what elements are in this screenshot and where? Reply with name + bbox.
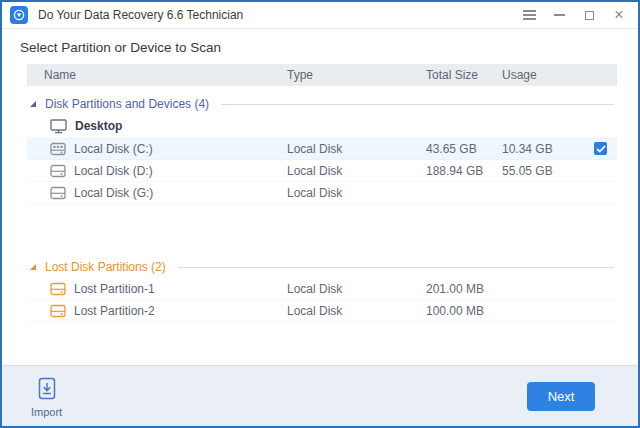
column-header-type: Type [287, 68, 426, 82]
item-type: Local Disk [287, 142, 426, 156]
app-window: Do Your Data Recovery 6.6 Technician × S… [0, 0, 640, 428]
lost-drive-icon [50, 304, 66, 318]
item-label: Local Disk (C:) [74, 142, 153, 156]
next-button[interactable]: Next [527, 382, 595, 411]
item-total-size: 201.00 MB [426, 282, 502, 296]
section-divider [221, 104, 614, 105]
item-label: Local Disk (G:) [74, 186, 153, 200]
system-drive-icon [50, 142, 66, 156]
desktop-icon [50, 119, 67, 134]
item-total-size: 188.94 GB [426, 164, 502, 178]
menu-icon[interactable] [522, 8, 536, 22]
tree-item-local-disk-c[interactable]: Local Disk (C:)Local Disk43.65 GB10.34 G… [27, 138, 617, 160]
item-type: Local Disk [287, 282, 426, 296]
tree-item-desktop[interactable]: Desktop [27, 115, 617, 138]
drive-icon [50, 186, 66, 200]
item-total-size: 43.65 GB [426, 142, 502, 156]
tree-item-local-disk-d[interactable]: Local Disk (D:)Local Disk188.94 GB55.05 … [27, 160, 617, 182]
item-type: Local Disk [287, 186, 426, 200]
tree-expand-icon[interactable] [30, 101, 36, 107]
section-label: Disk Partitions and Devices (4) [45, 97, 209, 111]
minimize-icon[interactable] [552, 8, 566, 22]
page-title: Select Partition or Device to Scan [20, 40, 638, 55]
item-type: Local Disk [287, 304, 426, 318]
item-usage: 10.34 GB [502, 142, 594, 156]
item-type: Local Disk [287, 164, 426, 178]
tree-expand-icon[interactable] [30, 264, 36, 270]
window-controls: × [522, 8, 626, 22]
lost-drive-icon [50, 282, 66, 296]
column-header-usage: Usage [502, 68, 594, 82]
import-icon [38, 377, 56, 404]
import-label: Import [31, 406, 62, 418]
maximize-icon[interactable] [582, 8, 596, 22]
column-header-name: Name [27, 68, 287, 82]
partition-tree: Disk Partitions and Devices (4)DesktopLo… [27, 93, 617, 322]
table-header: Name Type Total Size Usage [27, 64, 617, 86]
item-label: Lost Partition-2 [74, 304, 155, 318]
tree-section-disk-partitions-and-devices[interactable]: Disk Partitions and Devices (4) [27, 93, 617, 115]
import-button[interactable]: Import [31, 377, 62, 418]
item-label: Desktop [75, 119, 122, 133]
item-checkbox-checked[interactable] [594, 142, 607, 155]
tree-item-local-disk-g[interactable]: Local Disk (G:)Local Disk [27, 182, 617, 204]
item-label: Local Disk (D:) [74, 164, 153, 178]
partition-table: Name Type Total Size Usage Disk Partitio… [27, 64, 617, 322]
item-total-size: 100.00 MB [426, 304, 502, 318]
section-divider [178, 267, 614, 268]
column-header-total-size: Total Size [426, 68, 502, 82]
tree-item-lost-partition-2[interactable]: Lost Partition-2Local Disk100.00 MB [27, 300, 617, 322]
item-label: Lost Partition-1 [74, 282, 155, 296]
section-label: Lost Disk Partitions (2) [45, 260, 166, 274]
title-bar: Do Your Data Recovery 6.6 Technician × [2, 2, 638, 29]
footer-bar: Import Next [2, 365, 638, 426]
tree-section-lost-disk-partitions[interactable]: Lost Disk Partitions (2) [27, 256, 617, 278]
drive-icon [50, 164, 66, 178]
item-usage: 55.05 GB [502, 164, 594, 178]
main-content: Select Partition or Device to Scan Name … [2, 29, 638, 365]
close-icon[interactable]: × [612, 8, 626, 22]
tree-item-lost-partition-1[interactable]: Lost Partition-1Local Disk201.00 MB [27, 278, 617, 300]
app-logo-icon [10, 6, 28, 24]
window-title: Do Your Data Recovery 6.6 Technician [38, 8, 243, 22]
